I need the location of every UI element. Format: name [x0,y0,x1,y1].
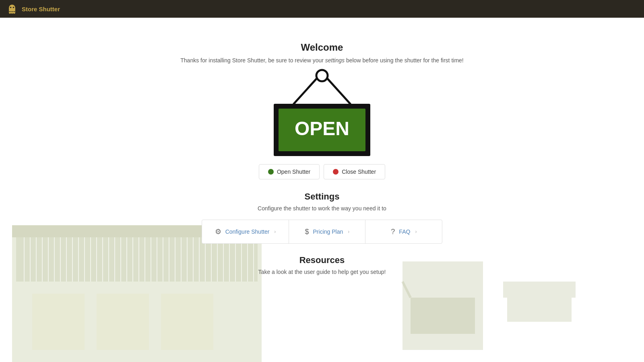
pricing-plan-card[interactable]: $ Pricing Plan › [289,220,365,243]
settings-section: Settings Configure the shutter to work t… [258,191,386,212]
resources-section: Resources Take a look at the user guide … [258,255,386,275]
svg-rect-52 [503,282,576,298]
gear-icon: ⚙ [215,227,221,236]
svg-rect-46 [32,294,85,350]
close-shutter-label: Close Shutter [342,169,376,175]
open-shutter-label: Open Shutter [277,169,310,175]
welcome-subtitle: Thanks for installing Store Shutter, be … [180,57,463,64]
svg-text:OPEN: OPEN [295,118,349,139]
svg-rect-47 [97,294,149,350]
svg-rect-48 [161,294,213,350]
svg-point-54 [316,70,328,81]
svg-line-55 [294,79,316,104]
configure-shutter-label: Configure Shutter [225,228,270,235]
app-header: Store Shutter [0,0,644,18]
settings-subtitle: Configure the shutter to work the way yo… [258,205,386,212]
open-sign: OPEN [270,68,374,160]
store-background [0,193,644,362]
svg-point-2 [10,7,12,8]
settings-title: Settings [258,191,386,202]
question-icon: ? [391,228,395,236]
open-dot-icon [268,169,274,175]
settings-cards: ⚙ Configure Shutter › $ Pricing Plan › ?… [202,220,443,244]
svg-rect-1 [9,8,15,11]
resources-subtitle: Take a look at the user guide to help ge… [258,269,386,275]
svg-point-3 [13,7,14,8]
welcome-title: Welcome [180,42,463,53]
faq-chevron-icon: › [415,229,417,234]
svg-rect-53 [507,298,572,322]
close-shutter-button[interactable]: Close Shutter [324,164,385,179]
configure-chevron-icon: › [274,229,276,234]
open-shutter-button[interactable]: Open Shutter [259,164,320,179]
main-content: Welcome Thanks for installing Store Shut… [0,18,644,362]
faq-card[interactable]: ? FAQ › [365,220,442,243]
dollar-icon: $ [305,228,309,236]
svg-rect-50 [411,298,475,334]
resources-title: Resources [258,255,386,265]
app-logo [6,3,18,14]
welcome-section: Welcome Thanks for installing Store Shut… [180,42,463,64]
svg-rect-6 [16,237,258,282]
pricing-plan-label: Pricing Plan [313,228,343,235]
configure-shutter-card[interactable]: ⚙ Configure Shutter › [202,220,289,243]
pricing-chevron-icon: › [348,229,349,234]
close-dot-icon [333,169,339,175]
svg-line-56 [328,79,350,104]
shutter-buttons: Open Shutter Close Shutter [259,164,385,179]
app-title: Store Shutter [22,6,60,12]
faq-label: FAQ [399,228,410,235]
